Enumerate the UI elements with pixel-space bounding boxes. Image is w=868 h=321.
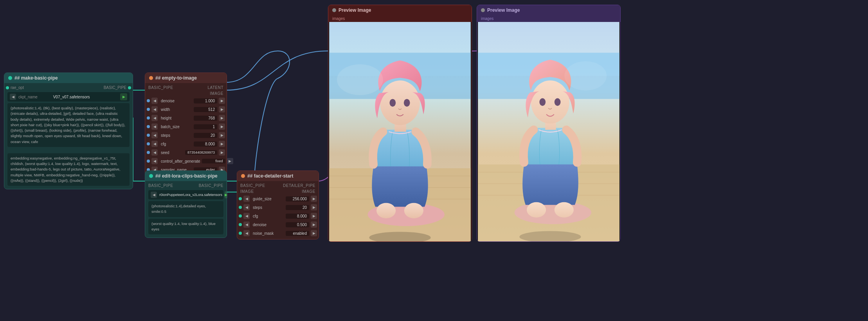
input-type-label: BASIC_PIPE <box>148 183 173 188</box>
field-label: noise_mask <box>251 231 284 236</box>
lora-next-btn[interactable]: ▶ <box>225 191 227 198</box>
node-title: ## make-basic-pipe <box>14 75 58 81</box>
field-denoise: ◀ denoise 0.500 ▶ <box>237 220 319 229</box>
field-connector <box>239 232 242 235</box>
canvas: ## make-basic-pipe rae_opt BASIC_PIPE ◀ … <box>0 0 868 321</box>
lora-positive-prompt[interactable]: (photorealistic:1.4),detailed eyes, smil… <box>148 201 223 217</box>
field-decrement[interactable]: ◀ <box>243 196 250 202</box>
field-control: ◀ control_after_generate fixed ▶ <box>145 157 227 165</box>
field-decrement[interactable]: ◀ <box>151 106 158 112</box>
output-type-label: LATENT <box>207 85 223 90</box>
node-status-dot <box>149 174 153 178</box>
field-steps: ◀ steps 20 ▶ <box>237 203 319 212</box>
negative-prompt-text[interactable]: embedding:easynegative, embedding:ng_dee… <box>7 153 130 186</box>
field-increment[interactable]: ▶ <box>219 141 225 147</box>
field-seed: ◀ seed 87354408269973 ▶ <box>145 148 227 157</box>
field-decrement[interactable]: ◀ <box>151 123 158 130</box>
field-connector <box>239 214 242 218</box>
node-title: Preview Image <box>487 7 520 13</box>
node-status-dot <box>332 8 336 12</box>
field-increment[interactable]: ▶ <box>311 213 317 219</box>
field-decrement[interactable]: ◀ <box>243 204 250 210</box>
node-status-dot <box>149 76 153 80</box>
field-increment[interactable]: ▶ <box>227 158 233 164</box>
field-decrement[interactable]: ◀ <box>243 221 250 228</box>
io-label-row: BASIC_PIPE DETAILER_PIPE <box>237 183 319 189</box>
node-make-basic-pipe: ## make-basic-pipe rae_opt BASIC_PIPE ◀ … <box>4 73 133 189</box>
field-label: denoise <box>159 99 192 103</box>
output-label-2: IMAGE <box>302 189 315 194</box>
node-face-detailer-header: ## face-detailer-start <box>237 171 319 181</box>
field-increment[interactable]: ▶ <box>219 106 225 112</box>
input-label: rae_opt <box>11 85 24 90</box>
field-height: ◀ height 768 ▶ <box>145 114 227 122</box>
node-status-dot <box>481 8 485 12</box>
field-increment[interactable]: ▶ <box>219 115 225 121</box>
io-label-row-2: IMAGE IMAGE <box>237 189 319 194</box>
output-label: BASIC_PIPE <box>104 85 126 90</box>
io-label-row: BASIC_PIPE BASIC_PIPE <box>145 183 227 189</box>
field-batch-size: ◀ batch_size 1 ▶ <box>145 122 227 131</box>
field-decrement[interactable]: ◀ <box>151 98 158 104</box>
field-value: 0.500 <box>286 222 309 227</box>
spacer <box>4 149 133 152</box>
field-decrement[interactable]: ◀ <box>243 230 250 236</box>
field-decrement[interactable]: ◀ <box>151 132 158 138</box>
ckpt-name-value: V07_v07.safetensors <box>53 95 118 99</box>
lora-row[interactable]: ◀ r0ionPuppeteerLora_v2Lora.safetensors … <box>148 190 223 199</box>
lora-prev-btn[interactable]: ◀ <box>151 192 157 198</box>
field-cfg: ◀ cfg 8.000 ▶ <box>145 140 227 148</box>
field-connector <box>239 223 242 226</box>
field-connector <box>147 142 150 145</box>
svg-point-12 <box>376 203 396 218</box>
field-increment[interactable]: ▶ <box>219 132 225 138</box>
svg-point-29 <box>555 202 574 218</box>
node-face-detailer: ## face-detailer-start BASIC_PIPE DETAIL… <box>237 170 319 239</box>
svg-point-9 <box>380 80 420 125</box>
field-value: 8.000 <box>194 141 217 147</box>
lora-negative-prompt[interactable]: (worst quality:1.4, low quality:1.4), bl… <box>148 219 223 235</box>
field-guide-size: ◀ guide_size 256.000 ▶ <box>237 194 319 203</box>
field-denoise: ◀ denoise 1.000 ▶ <box>145 96 227 105</box>
ckpt-name-label: ckpt_name <box>18 95 51 99</box>
field-decrement[interactable]: ◀ <box>151 149 158 156</box>
preview-images-label-right: images <box>477 15 620 22</box>
positive-prompt-text[interactable]: (photorealistic:1.4), (8k), (best qualit… <box>7 103 130 147</box>
output-label-1: DETAILER_PIPE <box>283 183 315 188</box>
preview-images-label: images <box>328 15 472 22</box>
field-increment[interactable]: ▶ <box>219 149 225 156</box>
field-decrement[interactable]: ◀ <box>151 158 158 164</box>
node-title: ## edit-lora-clips-basic-pipe <box>155 173 218 179</box>
field-value: 256.000 <box>286 196 309 201</box>
node-make-basic-pipe-body: rae_opt BASIC_PIPE ◀ ckpt_name V07_v07.s… <box>4 83 133 189</box>
field-steps: ◀ steps 20 ▶ <box>145 131 227 140</box>
field-connector <box>239 197 242 200</box>
field-decrement[interactable]: ◀ <box>243 213 250 219</box>
field-increment[interactable]: ▶ <box>311 221 317 228</box>
field-value: 20 <box>194 133 217 138</box>
field-decrement[interactable]: ◀ <box>151 141 158 147</box>
field-increment[interactable]: ▶ <box>311 204 317 210</box>
field-connector <box>147 99 150 102</box>
svg-point-31 <box>564 61 607 91</box>
ckpt-next-btn[interactable]: ▶ <box>120 93 127 100</box>
io-label-row: BASIC_PIPE LATENT <box>145 85 227 91</box>
field-value: 512 <box>194 107 217 112</box>
field-connector <box>239 206 242 209</box>
lora-value: r0ionPuppeteerLora_v2Lora.safetensors <box>159 193 222 197</box>
ckpt-row[interactable]: ◀ ckpt_name V07_v07.safetensors ▶ <box>7 92 130 102</box>
node-title: ## face-detailer-start <box>247 173 293 179</box>
field-decrement[interactable]: ◀ <box>151 115 158 121</box>
node-preview-right: Preview Image images <box>477 5 621 242</box>
field-connector <box>147 160 150 163</box>
field-increment[interactable]: ▶ <box>311 230 317 236</box>
field-increment[interactable]: ▶ <box>219 98 225 104</box>
field-increment[interactable]: ▶ <box>311 196 317 202</box>
field-value: 87354408269973 <box>185 150 217 155</box>
field-label: height <box>159 116 192 120</box>
field-value: 1 <box>194 124 217 129</box>
node-make-basic-pipe-header: ## make-basic-pipe <box>4 73 133 83</box>
field-increment[interactable]: ▶ <box>219 123 225 130</box>
image-output-label: IMAGE <box>210 91 223 96</box>
ckpt-prev-btn[interactable]: ◀ <box>10 94 16 100</box>
